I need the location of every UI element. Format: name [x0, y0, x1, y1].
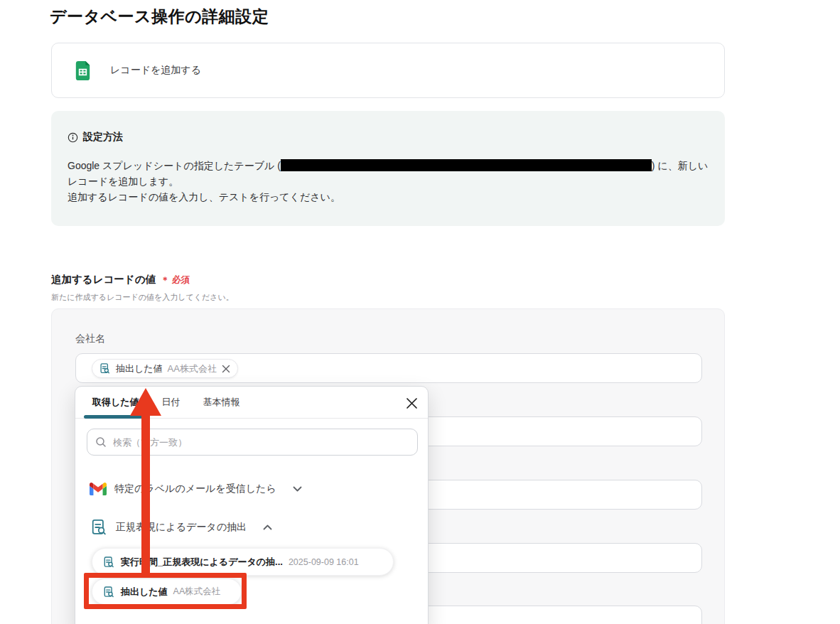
info-box: 設定方法 Google スプレッドシートの指定したテーブル () に、新しいレコ… [51, 111, 725, 226]
chip-value: AA株式会社 [168, 362, 217, 375]
group-regex-extraction[interactable]: 正規表現によるデータの抽出 [90, 512, 272, 543]
tab-date[interactable]: 日付 [162, 396, 181, 409]
option-title: 実行時間_正規表現によるデータの抽... [121, 556, 283, 569]
chevron-up-icon [263, 525, 272, 530]
page-title: データベース操作の詳細設定 [50, 6, 269, 28]
chevron-down-icon [293, 486, 302, 492]
active-tab-underline [84, 415, 149, 419]
group-label: 特定のラベルのメールを受信したら [114, 483, 276, 495]
file-search-icon [102, 556, 115, 569]
value-chip-extracted[interactable]: 抽出した値 AA株式会社 [92, 359, 238, 378]
file-search-icon [102, 586, 115, 598]
info-icon [68, 132, 78, 143]
file-search-icon [99, 362, 111, 375]
group-gmail-trigger[interactable]: 特定のラベルのメールを受信したら [90, 473, 302, 505]
value-option-execution-time[interactable]: 実行時間_正規表現によるデータの抽... 2025-09-09 16:01 [92, 548, 394, 576]
option-meta: AA株式会社 [173, 586, 221, 598]
popup-close-icon[interactable] [404, 396, 419, 410]
google-sheets-icon [72, 60, 94, 82]
search-input[interactable] [87, 429, 418, 456]
gmail-icon [90, 483, 107, 495]
redacted-text-bar [281, 159, 652, 171]
action-card-label: レコードを追加する [110, 64, 201, 77]
field-label-company: 会社名 [75, 333, 105, 345]
chip-title: 抽出した値 [116, 362, 163, 375]
required-badge: ＊ 必須 [161, 275, 190, 285]
option-title: 抽出した値 [121, 586, 168, 598]
chip-close-icon[interactable] [222, 365, 230, 373]
info-description: Google スプレッドシートの指定したテーブル () に、新しいレコードを追加… [68, 158, 716, 205]
tab-obtained-values[interactable]: 取得した値 [92, 396, 139, 409]
record-values-heading: 追加するレコードの値＊ 必須 [51, 273, 190, 286]
file-search-icon [90, 518, 108, 537]
popup-tab-bar: 取得した値 日付 基本情報 [75, 387, 428, 419]
group-label: 正規表現によるデータの抽出 [116, 521, 247, 534]
value-option-extracted-value[interactable]: 抽出した値 AA株式会社 [92, 579, 242, 605]
company-value-field[interactable]: 抽出した値 AA株式会社 [75, 353, 702, 383]
record-values-description: 新たに作成するレコードの値を入力してください。 [51, 292, 234, 303]
action-card-add-record[interactable]: レコードを追加する [51, 43, 725, 98]
info-title: 設定方法 [83, 131, 123, 144]
option-meta: 2025-09-09 16:01 [289, 557, 359, 567]
value-picker-popup: 取得した値 日付 基本情報 特定のラベルのメールを受信したら [75, 386, 429, 624]
tab-basic-info[interactable]: 基本情報 [203, 396, 240, 409]
